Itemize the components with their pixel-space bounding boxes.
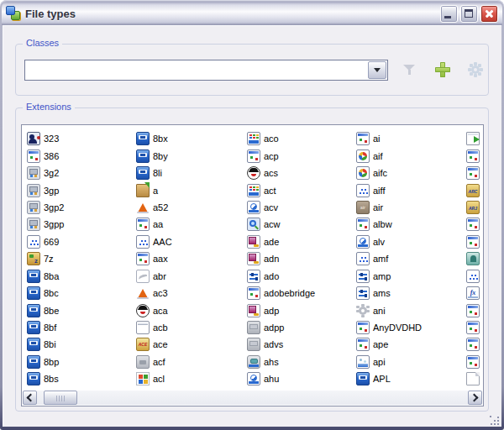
wizard-icon: [247, 218, 260, 231]
list-item[interactable]: ade: [247, 233, 354, 250]
list-item[interactable]: act: [247, 181, 354, 198]
list-item[interactable]: ape: [356, 336, 464, 353]
list-item[interactable]: abr: [136, 268, 244, 285]
list-item[interactable]: adobebridge: [247, 285, 354, 302]
extension-label: APL: [373, 374, 391, 384]
list-item[interactable]: 8be: [27, 302, 134, 318]
list-item[interactable]: AAC: [136, 233, 244, 250]
list-item[interactable]: albw: [356, 216, 464, 233]
extension-list[interactable]: 3233863g23gp3gp23gpp6697z8ba8bc8be8bf8bi…: [21, 124, 484, 406]
list-item[interactable]: 8bf: [27, 319, 134, 336]
list-item[interactable]: ams: [356, 285, 464, 302]
list-item[interactable]: api: [356, 354, 464, 370]
list-item[interactable]: aiff: [356, 181, 464, 198]
add-button[interactable]: [432, 59, 454, 81]
list-item[interactable]: a52: [136, 199, 244, 216]
list-item[interactable]: [466, 336, 484, 353]
minimize-icon: [444, 16, 451, 18]
list-item[interactable]: adn: [247, 250, 354, 267]
list-item[interactable]: adpp: [247, 319, 354, 336]
list-item[interactable]: alv: [356, 233, 464, 250]
list-item[interactable]: advs: [247, 336, 354, 353]
classes-combobox[interactable]: [24, 60, 388, 81]
combobox-dropdown-button[interactable]: [368, 61, 386, 79]
list-item[interactable]: [466, 285, 484, 302]
list-item[interactable]: [466, 250, 484, 267]
list-item[interactable]: 8bi: [27, 336, 134, 353]
extension-label: a52: [153, 202, 168, 212]
scroll-left-button[interactable]: [23, 391, 37, 405]
list-item[interactable]: aifc: [356, 165, 464, 181]
list-item[interactable]: [466, 130, 484, 147]
scrollbar-track[interactable]: [37, 391, 468, 405]
list-item[interactable]: 3gpp: [27, 216, 134, 233]
list-item[interactable]: acs: [247, 165, 354, 181]
photoshop-plugin-icon: [27, 372, 40, 385]
list-item[interactable]: 386: [27, 147, 134, 164]
list-item[interactable]: aa: [136, 216, 244, 233]
titlebar[interactable]: File types: [2, 2, 502, 25]
scrollbar-thumb[interactable]: [44, 391, 77, 405]
list-item[interactable]: [466, 370, 484, 387]
list-item[interactable]: ani: [356, 302, 464, 318]
list-item[interactable]: 323: [27, 130, 134, 147]
list-item[interactable]: [466, 165, 484, 181]
access-db-icon: [247, 304, 260, 317]
list-item[interactable]: aif: [356, 147, 464, 164]
list-item[interactable]: aax: [136, 250, 244, 267]
list-item[interactable]: AnyDVDHD: [356, 319, 464, 336]
list-item[interactable]: amf: [356, 250, 464, 267]
list-item[interactable]: 3gp: [27, 181, 134, 198]
list-item[interactable]: ahs: [247, 354, 354, 370]
filter-button[interactable]: [398, 59, 420, 81]
list-item[interactable]: adp: [247, 302, 354, 318]
list-item[interactable]: acl: [136, 370, 244, 387]
list-item[interactable]: APL: [356, 370, 464, 387]
list-item[interactable]: 669: [27, 233, 134, 250]
list-item[interactable]: aco: [247, 130, 354, 147]
maximize-button[interactable]: [460, 5, 478, 23]
list-item[interactable]: 3g2: [27, 165, 134, 181]
list-item[interactable]: 3gp2: [27, 199, 134, 216]
list-item[interactable]: [466, 216, 484, 233]
list-item[interactable]: [466, 199, 484, 216]
horizontal-scrollbar[interactable]: [23, 391, 482, 405]
list-item[interactable]: acv: [247, 199, 354, 216]
list-item[interactable]: [466, 181, 484, 198]
list-item[interactable]: aca: [136, 302, 244, 318]
list-item[interactable]: amp: [356, 268, 464, 285]
list-item[interactable]: acf: [136, 354, 244, 370]
list-item[interactable]: 8by: [136, 147, 244, 164]
list-item[interactable]: [466, 302, 484, 318]
list-item[interactable]: acb: [136, 319, 244, 336]
list-item[interactable]: 8bs: [27, 370, 134, 387]
extension-label: aif: [373, 151, 383, 161]
list-item[interactable]: 8bp: [27, 354, 134, 370]
list-item[interactable]: ado: [247, 268, 354, 285]
list-item[interactable]: 8ba: [27, 268, 134, 285]
list-item[interactable]: 8bc: [27, 285, 134, 302]
close-button[interactable]: [480, 5, 498, 23]
list-item[interactable]: ai: [356, 130, 464, 147]
list-item[interactable]: 8bx: [136, 130, 244, 147]
list-item[interactable]: air: [356, 199, 464, 216]
minimize-button[interactable]: [440, 5, 458, 23]
list-item[interactable]: ac3: [136, 285, 244, 302]
list-item[interactable]: acw: [247, 216, 354, 233]
list-item[interactable]: ace: [136, 336, 244, 353]
settings-button[interactable]: [465, 59, 486, 81]
list-item[interactable]: ahu: [247, 370, 354, 387]
list-item[interactable]: [466, 354, 484, 370]
list-item[interactable]: 8li: [136, 165, 244, 181]
classes-combobox-value[interactable]: [25, 60, 367, 80]
arc-archive-icon: [466, 184, 480, 197]
list-item[interactable]: a: [136, 181, 244, 198]
list-item[interactable]: acp: [247, 147, 354, 164]
list-item[interactable]: [466, 233, 484, 250]
resize-grip[interactable]: [490, 416, 501, 427]
list-item[interactable]: [466, 147, 484, 164]
scroll-right-button[interactable]: [468, 391, 482, 405]
list-item[interactable]: 7z: [27, 250, 134, 267]
list-item[interactable]: [466, 319, 484, 336]
list-item[interactable]: [466, 268, 484, 285]
